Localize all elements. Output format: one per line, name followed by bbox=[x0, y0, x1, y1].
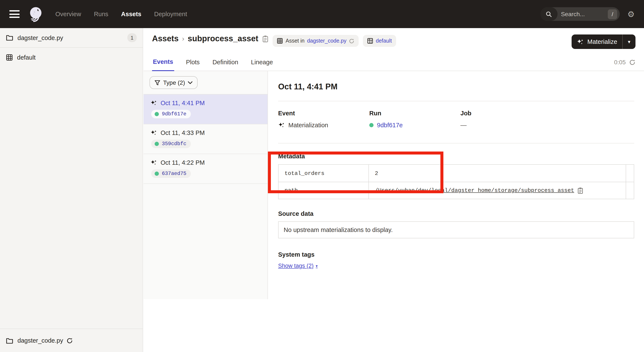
metadata-heading: Metadata bbox=[278, 153, 634, 160]
events-list-panel: Type (2) Oct 11, 4:41 PM bbox=[144, 71, 268, 299]
materialization-sparkle-icon bbox=[278, 122, 285, 129]
sidebar-item-label: default bbox=[17, 54, 36, 61]
sidebar-footer: dagster_code.py bbox=[0, 329, 143, 352]
materialization-sparkle-icon bbox=[150, 100, 157, 106]
asset-header: Assets › subprocess_asset bbox=[144, 28, 644, 49]
search-icon bbox=[546, 11, 552, 17]
asset-in-label: Asset in bbox=[286, 38, 304, 44]
tab-events[interactable]: Events bbox=[152, 58, 174, 71]
show-tags-toggle[interactable]: Show tags (2) ▾ bbox=[278, 263, 318, 269]
page-title: subprocess_asset bbox=[188, 34, 258, 43]
event-list-item[interactable]: Oct 11, 4:41 PM 9dbf617e bbox=[144, 94, 268, 124]
dagster-logo[interactable] bbox=[26, 5, 44, 23]
asset-location-badge: Asset in dagster_code.py bbox=[273, 35, 359, 47]
search-input[interactable]: Search... / bbox=[540, 7, 620, 21]
job-column: Job — bbox=[460, 110, 634, 129]
materialization-sparkle-icon bbox=[150, 129, 157, 136]
caret-down-icon: ▾ bbox=[316, 264, 318, 268]
reload-location-icon[interactable] bbox=[66, 337, 73, 344]
run-id-pill[interactable]: 9dbf617e bbox=[151, 110, 190, 118]
breadcrumb-assets-link[interactable]: Assets bbox=[152, 34, 179, 43]
search-shortcut-key: / bbox=[608, 9, 617, 19]
hamburger-menu-icon[interactable] bbox=[9, 10, 20, 18]
run-status-dot bbox=[154, 112, 159, 116]
refresh-countdown: 0:05 bbox=[614, 59, 626, 65]
metadata-path-link[interactable]: /Users/yuhan/dev/local/dagster_home/stor… bbox=[375, 187, 574, 194]
breadcrumb-separator: › bbox=[182, 35, 184, 42]
clipboard-icon bbox=[262, 35, 268, 42]
event-column: Event Materialization bbox=[278, 110, 369, 129]
nav-deployment[interactable]: Deployment bbox=[154, 11, 187, 17]
sparkle-icon bbox=[577, 38, 584, 45]
breadcrumb: Assets › subprocess_asset bbox=[152, 34, 268, 43]
materialization-sparkle-icon bbox=[150, 159, 157, 166]
run-id-pill[interactable]: 637aed75 bbox=[151, 169, 190, 178]
event-timestamp: Oct 11, 4:33 PM bbox=[160, 129, 205, 136]
sidebar-item-group-default[interactable]: default bbox=[0, 48, 143, 67]
asset-sidebar: dagster_code.py 1 default dagster_code.p… bbox=[0, 28, 143, 352]
source-data-heading: Source data bbox=[278, 210, 634, 217]
tab-lineage[interactable]: Lineage bbox=[250, 59, 274, 71]
folder-icon bbox=[6, 34, 13, 41]
run-status-dot bbox=[154, 142, 159, 146]
materialize-button[interactable]: Materialize bbox=[572, 34, 623, 49]
asset-group-icon bbox=[367, 38, 373, 44]
event-column-label: Event bbox=[278, 110, 369, 117]
metadata-key: path bbox=[278, 182, 369, 199]
sidebar-footer-label: dagster_code.py bbox=[18, 337, 63, 344]
nav-runs[interactable]: Runs bbox=[94, 11, 108, 17]
run-id-pill[interactable]: 359cdbfc bbox=[151, 140, 190, 148]
event-timestamp: Oct 11, 4:22 PM bbox=[160, 159, 205, 166]
code-location-link[interactable]: dagster_code.py bbox=[307, 38, 346, 44]
tab-plots[interactable]: Plots bbox=[185, 59, 200, 71]
type-filter-button[interactable]: Type (2) bbox=[150, 76, 198, 89]
run-status-dot bbox=[369, 123, 374, 127]
tab-definition[interactable]: Definition bbox=[212, 59, 239, 71]
nav-overview[interactable]: Overview bbox=[55, 11, 81, 17]
metadata-key: total_orders bbox=[278, 165, 369, 182]
folder-icon bbox=[6, 337, 13, 344]
asset-group-badge: default bbox=[363, 35, 396, 47]
copy-asset-name-button[interactable] bbox=[262, 35, 268, 42]
run-id: 359cdbfc bbox=[162, 141, 186, 147]
materialize-dropdown-button[interactable]: ▼ bbox=[623, 34, 636, 49]
metadata-row: path /Users/yuhan/dev/local/dagster_home… bbox=[278, 182, 634, 199]
run-column-label: Run bbox=[369, 110, 460, 117]
search-placeholder: Search... bbox=[561, 11, 608, 17]
event-list-item[interactable]: Oct 11, 4:22 PM 637aed75 bbox=[144, 154, 268, 184]
settings-gear-icon[interactable]: ⚙ bbox=[628, 10, 635, 18]
system-tags-heading: System tags bbox=[278, 251, 634, 258]
job-column-label: Job bbox=[460, 110, 634, 117]
group-link[interactable]: default bbox=[376, 38, 392, 44]
asset-group-icon bbox=[6, 54, 13, 61]
primary-nav: Overview Runs Assets Deployment bbox=[55, 11, 187, 17]
run-id-link[interactable]: 9dbf617e bbox=[377, 122, 403, 129]
sidebar-item-code-location[interactable]: dagster_code.py 1 bbox=[0, 28, 143, 48]
sidebar-footer-code-location[interactable]: dagster_code.py bbox=[0, 329, 143, 352]
nav-assets[interactable]: Assets bbox=[121, 11, 142, 17]
metadata-table: total_orders 2 path /Users/yuhan/dev/loc… bbox=[278, 164, 634, 199]
type-filter-label: Type (2) bbox=[163, 79, 185, 86]
chevron-down-icon bbox=[188, 81, 193, 84]
materialize-label: Materialize bbox=[587, 38, 617, 45]
asset-tabs: Events Plots Definition Lineage 0:05 bbox=[144, 53, 644, 71]
copy-path-button[interactable] bbox=[578, 187, 583, 194]
run-column: Run 9dbf617e bbox=[369, 110, 460, 129]
event-detail-title: Oct 11, 4:41 PM bbox=[278, 82, 634, 91]
run-id: 9dbf617e bbox=[162, 111, 186, 117]
reload-definitions-icon[interactable] bbox=[349, 38, 354, 44]
event-timestamp: Oct 11, 4:41 PM bbox=[160, 100, 205, 106]
asset-count-badge: 1 bbox=[127, 33, 137, 42]
app-window: Overview Runs Assets Deployment Search..… bbox=[0, 0, 644, 352]
event-list-item[interactable]: Oct 11, 4:33 PM 359cdbfc bbox=[144, 124, 268, 154]
refresh-icon[interactable] bbox=[629, 59, 636, 65]
metadata-value: 2 bbox=[369, 165, 626, 182]
event-type-value: Materialization bbox=[288, 122, 328, 129]
materialize-split-button: Materialize ▼ bbox=[572, 34, 636, 49]
source-data-empty-state: No upstream materializations to display. bbox=[278, 221, 634, 238]
event-detail-panel: Oct 11, 4:41 PM Event Materialization bbox=[268, 71, 644, 299]
clipboard-icon bbox=[578, 187, 583, 194]
table-grid-icon bbox=[277, 38, 283, 44]
sidebar-item-label: dagster_code.py bbox=[18, 34, 63, 41]
run-status-dot bbox=[154, 172, 159, 176]
